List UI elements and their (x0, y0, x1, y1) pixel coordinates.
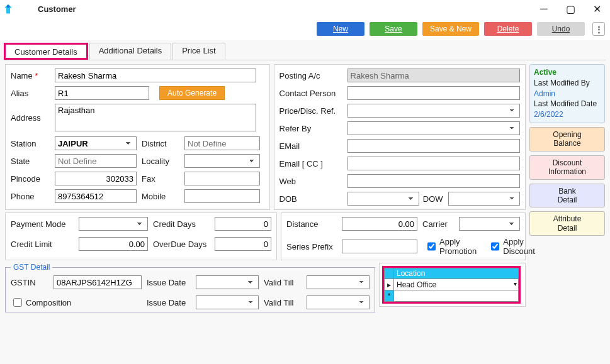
pincode-input[interactable] (55, 172, 137, 185)
location-panel: Location ▸ Head Office▾ * (379, 263, 526, 307)
refer-by-select[interactable] (347, 121, 520, 135)
close-button[interactable]: ✕ (584, 0, 610, 18)
apply-promotion-label: Apply Promotion (439, 237, 477, 256)
refer-by-label: Refer By (280, 124, 342, 133)
fax-label: Fax (142, 174, 179, 184)
row-marker-new: * (385, 290, 394, 302)
alias-input[interactable] (55, 86, 149, 100)
dow-select[interactable] (448, 192, 520, 206)
issue-date-2-label: Issue Date (147, 298, 191, 307)
location-cell[interactable]: Head Office▾ (394, 279, 519, 290)
delete-button[interactable]: Delete (484, 22, 532, 36)
email-cc-label: Email [ CC ] (280, 159, 342, 168)
locality-select[interactable] (184, 154, 260, 168)
save-new-button[interactable]: Save & New (422, 22, 479, 36)
price-ref-select[interactable] (347, 104, 520, 118)
valid-till-label: Valid Till (264, 278, 302, 287)
issue-date-label: Issue Date (147, 278, 191, 287)
district-input[interactable] (184, 136, 260, 150)
payment-panel: Payment Mode Credit Days Credit Limit Ov… (5, 212, 277, 260)
titlebar: Customer ─ ▢ ✕ (0, 0, 610, 18)
web-input[interactable] (347, 174, 520, 188)
dropdown-icon[interactable]: ▾ (514, 280, 517, 287)
email-label: EMail (280, 141, 342, 151)
titlebar-left: Customer (0, 3, 76, 14)
more-menu[interactable]: ⋮ (592, 22, 605, 36)
phone-input[interactable] (55, 189, 137, 203)
carrier-label: Carrier (422, 219, 454, 229)
issue-date-2-select[interactable] (196, 295, 259, 309)
distance-input[interactable] (342, 217, 417, 231)
app-icon (3, 3, 14, 14)
bank-detail-button[interactable]: Bank Detail (529, 184, 605, 208)
shipping-panel: Distance Carrier Series Prefix Apply Pro… (281, 212, 526, 260)
tab-customer-details[interactable]: Customer Details (4, 43, 88, 60)
minimize-button[interactable]: ─ (531, 0, 557, 18)
location-row-header-marker (385, 268, 394, 279)
gstin-input[interactable] (54, 275, 142, 289)
status-box: Active Last Modified By Admin Last Modif… (529, 64, 605, 123)
valid-till-2-select[interactable] (307, 295, 370, 309)
credit-limit-label: Credit Limit (11, 240, 74, 249)
payment-mode-select[interactable] (79, 217, 148, 231)
apply-promotion-checkbox[interactable] (427, 242, 436, 251)
location-column-header: Location (394, 268, 519, 279)
email-input[interactable] (347, 139, 520, 153)
credit-days-input[interactable] (215, 217, 271, 231)
opening-balance-button[interactable]: Opening Balance (529, 127, 605, 152)
location-cell-empty[interactable] (394, 290, 519, 302)
web-label: Web (280, 177, 342, 186)
email-cc-input[interactable] (347, 157, 520, 170)
valid-till-select[interactable] (307, 275, 370, 289)
district-label: District (142, 139, 179, 148)
save-button[interactable]: Save (370, 22, 417, 36)
name-label: Name * (11, 71, 50, 80)
address-input[interactable] (55, 104, 256, 131)
composition-label: Composition (26, 298, 71, 307)
carrier-select[interactable] (459, 217, 520, 231)
attribute-detail-button[interactable]: Attribute Detail (529, 211, 605, 236)
station-label: Station (11, 139, 50, 148)
dob-select[interactable] (347, 192, 419, 206)
discount-info-button[interactable]: Discount Information (529, 155, 605, 180)
locality-label: Locality (142, 157, 179, 166)
series-prefix-label: Series Prefix (286, 242, 337, 251)
location-row[interactable]: ▸ Head Office▾ (385, 279, 519, 290)
tab-additional-details[interactable]: Additional Details (89, 43, 171, 60)
posting-select[interactable]: Rakesh Sharma (347, 69, 520, 82)
apply-discount-checkbox[interactable] (491, 242, 499, 251)
row-marker-current: ▸ (385, 279, 394, 290)
status-active: Active (534, 67, 601, 78)
window-title: Customer (19, 4, 76, 14)
gst-legend: GST Detail (11, 263, 52, 272)
credit-limit-input[interactable] (79, 237, 148, 251)
action-bar: New Save Save & New Delete Undo ⋮ (0, 18, 610, 40)
station-select[interactable]: JAIPUR (55, 136, 137, 150)
valid-till-2-label: Valid Till (264, 298, 302, 307)
dob-label: DOB (280, 194, 342, 204)
new-button[interactable]: New (317, 22, 364, 36)
tab-price-list[interactable]: Price List (172, 43, 225, 60)
svg-point-0 (7, 5, 10, 8)
last-modified-date-value: 2/6/2022 (534, 109, 601, 120)
maximize-button[interactable]: ▢ (557, 0, 584, 18)
name-input[interactable] (55, 69, 256, 82)
last-modified-by-label: Last Modified By (534, 78, 601, 89)
issue-date-select[interactable] (196, 275, 259, 289)
distance-label: Distance (286, 219, 337, 229)
last-modified-by-value: Admin (534, 89, 601, 99)
composition-checkbox[interactable] (13, 298, 22, 307)
window-buttons: ─ ▢ ✕ (531, 0, 610, 18)
fax-input[interactable] (184, 172, 260, 185)
overdue-days-input[interactable] (215, 237, 271, 251)
contact-person-input[interactable] (347, 86, 520, 100)
state-input[interactable] (55, 154, 137, 168)
series-prefix-input[interactable] (342, 240, 417, 253)
mobile-input[interactable] (184, 189, 260, 203)
payment-mode-label: Payment Mode (11, 219, 74, 229)
undo-button[interactable]: Undo (537, 22, 585, 36)
location-row-new[interactable]: * (385, 290, 519, 302)
auto-generate-button[interactable]: Auto Generate (159, 86, 225, 100)
gstin-label: GSTIN (11, 278, 48, 287)
location-grid[interactable]: Location ▸ Head Office▾ * (382, 266, 521, 304)
